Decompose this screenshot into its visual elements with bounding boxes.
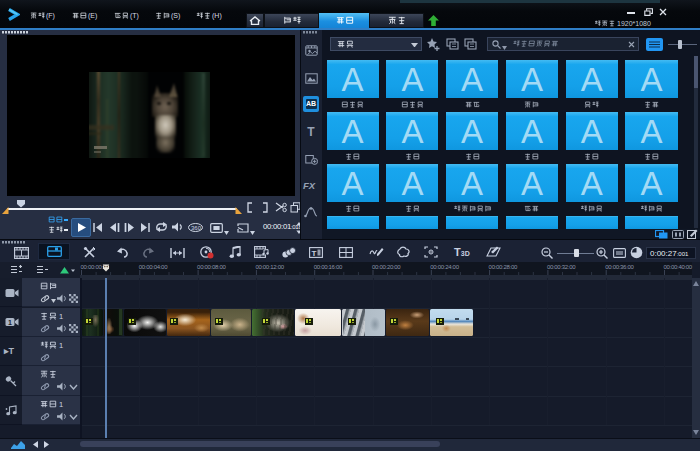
svg-text:1: 1 (8, 319, 12, 326)
svg-text:T: T (312, 249, 317, 258)
svg-text:360: 360 (191, 225, 202, 231)
